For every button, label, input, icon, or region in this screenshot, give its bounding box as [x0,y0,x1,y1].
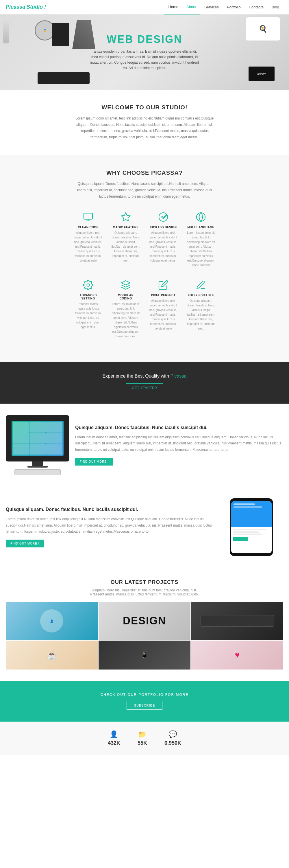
nav-home[interactable]: Home [164,0,182,14]
welcome-section: WELCOME TO OUR STUDIO! Lorem ipsum dolor… [0,90,289,155]
design-text: DESIGN [123,615,166,627]
nav-blog[interactable]: Blog [267,0,283,14]
stat-comments-number: 6,950K [165,740,181,746]
project-item-phone[interactable]: 📱 [99,641,190,670]
monitor-screen [11,421,64,456]
thumb-7 [30,444,46,455]
stat-comments: 💬 6,950K [165,730,181,746]
gear-icon [82,279,94,291]
feature-kickass-desc: Aliquam libero nisl, imperdiet at, tinci… [149,230,178,263]
project-item-photo[interactable]: 👤 [6,602,98,640]
welcome-text: Lorem ipsum dolor sit amet, test link ad… [75,116,214,140]
feature-modular-title: MODULAR CODING [111,294,140,300]
feature-pixel: PIXEL PERFECT Aliquam libero nisl, imper… [147,276,179,342]
layers-svg [120,280,131,290]
feature-multilang-title: MULTILANGUAGE [186,226,215,229]
heart-emoji: ♥ [235,650,240,660]
product1-text: Lorem ipsum dolor sit amet, test link ad… [75,434,283,453]
svg-point-5 [87,284,89,286]
stat-users-number: 432K [108,740,120,746]
thumb-4 [30,433,46,443]
rocket-icon [157,211,169,223]
hero-text: Tantas equidem urbanitas an has. Eam id … [89,49,200,71]
phone-content [231,527,272,553]
keyboard-deco [14,469,61,475]
feature-advanced: ADVANCED SETTING Praesent mattis, massa … [72,276,104,342]
product2-findout-button[interactable]: FIND OUT MORE ! [6,539,44,548]
nav-contacts[interactable]: Contacts [245,0,267,14]
project-item-heart[interactable]: ♥ [191,641,283,670]
feature-magic: MAGIC FEATURE Quisque aliquam. Donec fau… [110,208,142,271]
project-item-keyboard[interactable] [191,602,283,640]
nav-portfolio[interactable]: Portfolio [223,0,245,14]
nav-about[interactable]: About [182,0,200,14]
project-thumb-1: 👤 [40,609,63,632]
phone-line-1 [233,529,266,530]
why-text: Quisque aliquam. Donec faucibus. Nunc ia… [75,181,214,199]
project-item-design[interactable]: DESIGN [99,602,190,640]
svg-marker-6 [121,281,130,285]
feature-multilang-desc: Lorem ipsum dolor sit amet, test link ad… [186,230,215,268]
product2-section: Quisque aliquam. Donec faucibus. Nunc ia… [0,487,289,568]
feature-pixel-title: PIXEL PERFECT [149,294,178,297]
monitor-stand [32,462,43,466]
monitor-icon [82,211,94,223]
product1-heading: Quisque aliquam. Donec faucibus. Nunc ia… [75,425,283,430]
projects-heading: OUR LATEST PROJECTS [6,579,283,585]
feature-editable-title: FULLY EDITABLE [186,294,215,297]
feature-multilang: MULTILANGUAGE Lorem ipsum dolor sit amet… [185,208,217,271]
feature-modular-desc: Lorem ipsum dolor sit amet, test link ad… [111,302,140,339]
phone-mockup [230,498,273,556]
get-started-button[interactable]: GET STARTED [126,383,163,392]
phone-bar-2 [233,506,262,508]
svg-rect-0 [84,213,93,219]
welcome-heading: WELCOME TO OUR STUDIO! [6,104,283,111]
stats-section: 👤 432K 📁 55K 💬 6,950K [0,722,289,755]
gear-svg [83,280,93,290]
navbar: Picassa Studio ! Home About Services Por… [0,0,289,14]
monitor-mockup [6,415,69,462]
thumb-3 [46,422,63,433]
thumb-8 [46,444,63,455]
cta-text: Experience the Best Quality with Picassa [6,374,283,379]
comments-icon: 💬 [165,730,181,738]
coffee-emoji: ☕ [47,650,57,660]
thumb-1 [13,422,29,443]
feature-modular: MODULAR CODING Lorem ipsum dolor sit ame… [110,276,142,342]
product2-image [220,498,283,556]
project-item-coffee[interactable]: ☕ [6,641,98,670]
hero-title: WEB DESIGN [107,33,182,45]
product2-text: Lorem ipsum dolor sit amet, test link ad… [6,516,214,535]
edit-icon [195,279,207,291]
rocket-svg [158,212,169,222]
product1-image [6,415,69,475]
projects-section: OUR LATEST PROJECTS Aliquam libero nisl,… [0,568,289,681]
globe-icon [195,211,207,223]
feature-clean-code: CLEAN CODE Aliquam libero nisl, imperdie… [72,208,104,271]
stat-users: 👤 432K [108,730,120,746]
feature-pixel-desc: Aliquam libero nisl, imperdiet at, tinci… [149,299,178,331]
monitor-base [28,466,48,468]
projects-icon: 📁 [138,730,147,738]
product1-findout-button[interactable]: FIND OUT MORE ! [75,458,113,466]
features-row-1: CLEAN CODE Aliquam libero nisl, imperdie… [72,208,217,271]
features-row-2: ADVANCED SETTING Praesent mattis, massa … [72,276,217,342]
nav-services[interactable]: Services [200,0,223,14]
star-svg [120,212,131,222]
subscribe-cta: CHECK OUT OUR PORTFOLIO FOR MORE [6,693,283,697]
why-section: WHY CHOOSE PICASSA? Quisque aliquam. Don… [0,155,289,362]
layers-icon [120,279,132,291]
feature-advanced-desc: Praesent mattis, massa quis luctus ferme… [74,302,103,330]
subscribe-button[interactable]: SUBSCRIBE [127,701,163,710]
feature-advanced-title: ADVANCED SETTING [74,294,103,300]
why-heading: WHY CHOOSE PICASSA? [6,169,283,176]
subscribe-section: CHECK OUT OUR PORTFOLIO FOR MORE SUBSCRI… [0,681,289,722]
thumb-5 [46,433,63,443]
product2-content: Quisque aliquam. Donec faucibus. Nunc ia… [6,507,214,548]
projects-sub: Aliquam libero nisl, imperdiet at, tinci… [6,588,283,596]
stat-projects-number: 55K [138,740,147,746]
monitor-svg [83,212,93,222]
pencil-icon [157,279,169,291]
star-icon [120,211,132,223]
phone-bar-1 [233,503,255,505]
